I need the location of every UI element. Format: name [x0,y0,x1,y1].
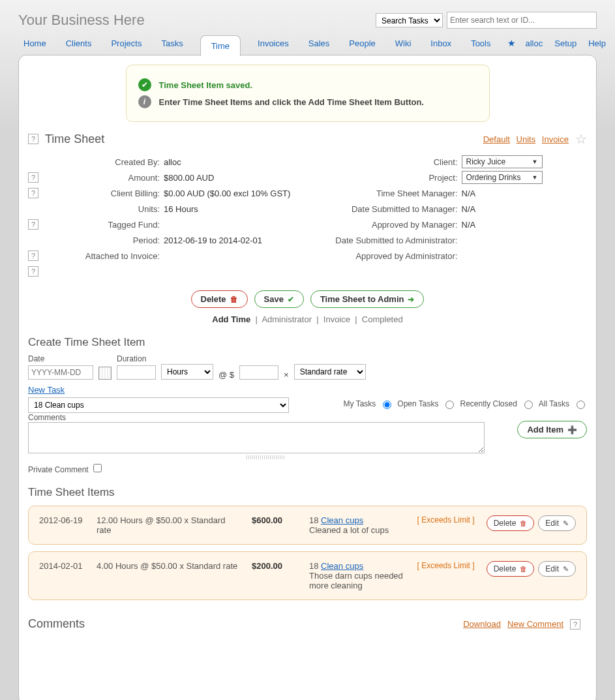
item-edit-button[interactable]: Edit✎ [538,561,576,577]
item-desc: 4.00 Hours @ $50.00 x Standard rate [97,561,240,571]
help-icon[interactable]: ? [28,188,38,198]
download-link[interactable]: Download [463,619,501,629]
nav-projects[interactable]: Projects [108,35,144,52]
info-icon: i [138,95,151,108]
status-trail: Add Time | Administrator | Invoice | Com… [28,314,587,324]
item-warning: [ Exceeds Limit ] [417,561,475,570]
save-button[interactable]: Save✔ [254,290,304,308]
view-units[interactable]: Units [517,134,536,144]
item-note: Cleaned a lot of cups [309,525,389,535]
msg-hint: Enter Time Sheet Items and click the Add… [159,97,424,107]
item-note: Those darn cups needed more cleaning [309,571,403,590]
help-icon[interactable]: ? [28,266,38,277]
timesheet-item-row: 2014-02-01 4.00 Hours @ $50.00 x Standar… [28,551,587,600]
item-date: 2014-02-01 [39,561,85,571]
page-title: Time Sheet [45,132,479,146]
nav-user[interactable]: alloc [522,35,545,52]
comments-title: Comments [28,617,457,631]
create-title: Create Time Sheet Item [28,336,587,349]
help-icon[interactable]: ? [28,172,38,183]
ts-manager: N/A [462,189,588,198]
view-invoice[interactable]: Invoice [542,134,569,144]
trash-icon: 🗑 [520,519,527,527]
check-icon: ✔ [138,78,151,91]
view-default[interactable]: Default [483,134,510,144]
help-icon[interactable]: ? [570,619,580,630]
timesheet-item-row: 2012-06-19 12.00 Hours @ $50.00 x Standa… [28,506,587,545]
brand: Your Business Here [18,12,376,29]
nav-home[interactable]: Home [21,35,49,52]
nav-inbox[interactable]: Inbox [428,35,454,52]
nav-wiki[interactable]: Wiki [393,35,414,52]
project-select[interactable]: Ordering Drinks [462,171,543,184]
items-title: Time Sheet Items [28,486,587,499]
help-icon[interactable]: ? [28,134,38,144]
filter-recent-tasks[interactable] [524,401,533,409]
arrow-right-icon: ➜ [408,295,414,304]
pencil-icon: ✎ [563,565,569,573]
view-links: Default Units Invoice [479,134,569,144]
item-task-link[interactable]: Clean cups [321,515,363,525]
search-input[interactable] [447,12,597,29]
new-task-link[interactable]: New Task [28,385,65,395]
plus-icon: ➕ [567,425,577,434]
favorite-icon[interactable]: ☆ [575,131,587,147]
period: 2012-06-19 to 2014-02-01 [164,236,308,245]
trash-icon: 🗑 [520,565,527,573]
add-item-button[interactable]: Add Item➕ [517,421,587,438]
pencil-icon: ✎ [563,519,569,528]
item-task-link[interactable]: Clean cups [321,561,363,571]
rate-input[interactable] [239,365,278,380]
date-input[interactable] [28,365,93,380]
client-billing: $0.00 AUD ($0.00 excl 10% GST) [164,189,308,198]
item-delete-button[interactable]: Delete🗑 [487,515,535,531]
duration-input[interactable] [117,365,156,380]
item-amount: $600.00 [252,515,297,525]
resize-grip-icon[interactable] [247,455,286,459]
search-type-select[interactable]: Search Tasks [376,13,443,27]
approved-mgr: N/A [462,220,588,230]
nav-invoices[interactable]: Invoices [255,35,292,52]
item-amount: $200.00 [252,561,297,571]
nav-setup[interactable]: Setup [552,35,579,52]
help-icon[interactable]: ? [28,219,38,230]
delete-button[interactable]: Delete🗑 [191,290,248,308]
trash-icon: 🗑 [230,295,238,304]
duration-unit-select[interactable]: Hours [161,364,213,380]
nav-tasks[interactable]: Tasks [158,35,185,52]
date-submitted-mgr: N/A [462,204,588,214]
message-box: ✔ Time Sheet Item saved. i Enter Time Sh… [126,65,490,122]
item-desc: 12.00 Hours @ $50.00 x Standard rate [97,515,240,535]
rate-type-select[interactable]: Standard rate [294,364,366,380]
amount: $800.00 AUD [164,173,308,183]
nav-time[interactable]: Time [200,35,241,56]
private-checkbox[interactable] [93,464,102,472]
nav-tools[interactable]: Tools [468,35,493,52]
created-by: alloc [164,157,308,167]
msg-saved: Time Sheet Item saved. [159,80,253,90]
nav-clients[interactable]: Clients [63,35,95,52]
filter-open-tasks[interactable] [445,401,454,409]
item-edit-button[interactable]: Edit✎ [538,515,576,531]
client-select[interactable]: Ricky Juice [462,155,543,168]
nav-help[interactable]: Help [586,35,608,52]
help-icon[interactable]: ? [28,251,38,261]
item-warning: [ Exceeds Limit ] [417,515,475,525]
check-icon: ✔ [288,295,294,304]
nav-people[interactable]: People [346,35,378,52]
to-admin-button[interactable]: Time Sheet to Admin➜ [310,290,425,308]
units: 16 Hours [164,204,308,214]
comments-textarea[interactable] [28,422,485,453]
calendar-icon[interactable] [98,367,112,380]
new-comment-link[interactable]: New Comment [507,619,563,629]
star-icon[interactable]: ★ [507,38,516,48]
item-date: 2012-06-19 [39,515,85,525]
nav-sales[interactable]: Sales [306,35,333,52]
item-delete-button[interactable]: Delete🗑 [487,561,535,577]
filter-my-tasks[interactable] [383,401,391,409]
filter-all-tasks[interactable] [577,401,585,409]
